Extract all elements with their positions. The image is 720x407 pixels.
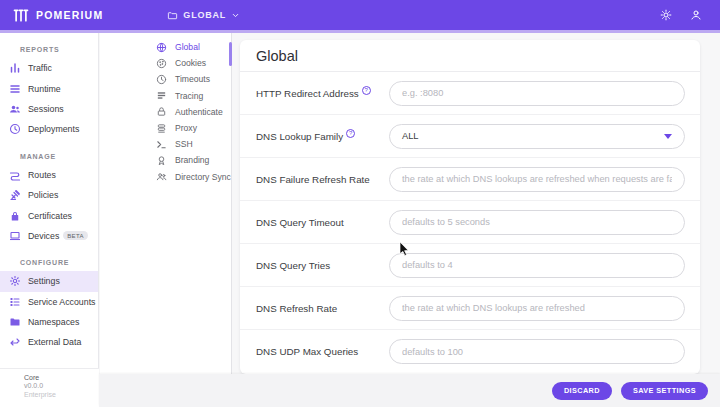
dns-query-tries-input[interactable] xyxy=(389,253,685,278)
action-bar: DISCARD SAVE SETTINGS xyxy=(99,374,720,407)
field-label: DNS Query Tries xyxy=(256,260,330,271)
sidebar-section-reports: REPORTS xyxy=(0,33,98,58)
dns-lookup-family-select[interactable]: ALL xyxy=(389,124,685,149)
brand-name: POMERIUM xyxy=(36,9,103,21)
clock-icon xyxy=(156,74,167,85)
field-label: DNS Lookup Family xyxy=(256,131,343,142)
history-clock-icon xyxy=(9,123,21,135)
global-settings-card: Global HTTP Redirect Address ? DNS Looku… xyxy=(240,40,700,374)
sidebar-item-service-accounts[interactable]: Service Accounts xyxy=(0,292,98,312)
subnav-item-cookies[interactable]: Cookies xyxy=(100,55,231,71)
terminal-icon xyxy=(156,139,167,150)
product-secondary: Enterprise xyxy=(24,391,99,398)
field-dns-failure-refresh-rate: DNS Failure Refresh Rate xyxy=(240,158,700,201)
pomerium-logo-icon xyxy=(13,9,29,22)
discard-button[interactable]: DISCARD xyxy=(552,382,612,400)
brand: POMERIUM xyxy=(0,9,103,22)
folder-icon xyxy=(9,316,21,328)
subnav-item-directory-sync[interactable]: Directory Sync xyxy=(100,169,231,185)
subnav-item-authenticate[interactable]: Authenticate xyxy=(100,104,231,120)
product-version: v0.0.0 xyxy=(24,382,99,389)
tracing-bars-icon xyxy=(156,90,167,101)
people-group-icon xyxy=(156,171,167,182)
sidebar-item-namespaces[interactable]: Namespaces xyxy=(0,312,98,332)
sidebar-item-runtime[interactable]: Runtime xyxy=(0,78,98,98)
header-accent-strip xyxy=(0,30,720,33)
field-dns-udp-max-queries: DNS UDP Max Queries xyxy=(240,330,700,373)
pomerium-console: POMERIUM GLOBAL xyxy=(0,0,720,407)
gear-icon[interactable] xyxy=(660,9,672,21)
field-label: DNS Query Timeout xyxy=(256,217,344,228)
app-header: POMERIUM GLOBAL xyxy=(0,0,720,30)
chevron-down-icon xyxy=(231,11,240,20)
field-dns-refresh-rate: DNS Refresh Rate xyxy=(240,287,700,330)
people-icon xyxy=(9,103,21,115)
help-icon[interactable]: ? xyxy=(346,129,355,138)
sidebar-item-certificates[interactable]: Certificates xyxy=(0,205,98,225)
help-icon[interactable]: ? xyxy=(362,86,371,95)
field-label: HTTP Redirect Address xyxy=(256,88,359,99)
save-settings-button[interactable]: SAVE SETTINGS xyxy=(621,382,708,400)
subnav-item-proxy[interactable]: Proxy xyxy=(100,120,231,136)
header-actions xyxy=(660,9,720,21)
cookie-icon xyxy=(156,58,167,69)
gear-icon xyxy=(9,275,21,287)
dns-udp-max-queries-input[interactable] xyxy=(389,339,685,364)
namespace-label: GLOBAL xyxy=(183,10,226,20)
laptop-icon xyxy=(9,230,21,242)
padlock-icon xyxy=(156,106,167,117)
caret-down-icon xyxy=(664,134,672,139)
subnav-item-global[interactable]: Global xyxy=(100,39,231,55)
sidebar-item-sessions[interactable]: Sessions xyxy=(0,99,98,119)
sidebar-item-traffic[interactable]: Traffic xyxy=(0,58,98,78)
sidebar-item-external-data[interactable]: External Data xyxy=(0,332,98,352)
subnav-item-ssh[interactable]: SSH xyxy=(100,136,231,152)
product-name: Core xyxy=(24,374,99,381)
field-dns-lookup-family: DNS Lookup Family ? ALL xyxy=(240,115,700,158)
sidebar-section-manage: MANAGE xyxy=(0,140,98,165)
http-redirect-address-input[interactable] xyxy=(389,81,685,106)
sidebar-item-settings[interactable]: Settings xyxy=(0,271,98,291)
accounts-list-icon xyxy=(9,296,21,308)
page-title: Global xyxy=(240,40,700,72)
server-stack-icon xyxy=(156,123,167,134)
field-label: DNS Refresh Rate xyxy=(256,303,337,314)
sidebar-footer: Core v0.0.0 Enterprise xyxy=(0,368,99,407)
dns-query-timeout-input[interactable] xyxy=(389,210,685,235)
route-icon xyxy=(9,169,21,181)
subnav-item-tracing[interactable]: Tracing xyxy=(100,88,231,104)
subnav-item-branding[interactable]: Branding xyxy=(100,152,231,168)
person-icon[interactable] xyxy=(690,9,702,21)
dns-failure-refresh-rate-input[interactable] xyxy=(389,167,685,192)
namespace-selector[interactable]: GLOBAL xyxy=(161,7,246,24)
sidebar-item-deployments[interactable]: Deployments xyxy=(0,119,98,139)
runtime-list-icon xyxy=(9,83,21,95)
sidebar-section-configure: CONFIGURE xyxy=(0,246,98,271)
field-dns-query-tries: DNS Query Tries xyxy=(240,244,700,287)
bar-chart-icon xyxy=(9,62,21,74)
settings-subnav: Global Cookies Timeouts Tracing xyxy=(100,33,232,374)
globe-icon xyxy=(156,42,167,53)
field-dns-query-timeout: DNS Query Timeout xyxy=(240,201,700,244)
selected-value: ALL xyxy=(402,131,419,141)
subnav-item-timeouts[interactable]: Timeouts xyxy=(100,71,231,87)
field-label: DNS UDP Max Queries xyxy=(256,346,358,357)
lock-icon xyxy=(9,210,21,222)
beta-badge: BETA xyxy=(63,231,87,240)
dns-refresh-rate-input[interactable] xyxy=(389,296,685,321)
sidebar-item-devices[interactable]: Devices BETA xyxy=(0,226,98,246)
sidebar: REPORTS Traffic Runtime Sessions Deploym… xyxy=(0,33,99,407)
field-label: DNS Failure Refresh Rate xyxy=(256,174,370,185)
folder-icon xyxy=(167,10,178,21)
swap-arrows-icon xyxy=(9,336,21,348)
sidebar-item-policies[interactable]: Policies xyxy=(0,185,98,205)
gavel-icon xyxy=(9,189,21,201)
sidebar-item-routes[interactable]: Routes xyxy=(0,165,98,185)
ribbon-icon xyxy=(156,155,167,166)
field-http-redirect-address: HTTP Redirect Address ? xyxy=(240,72,700,115)
